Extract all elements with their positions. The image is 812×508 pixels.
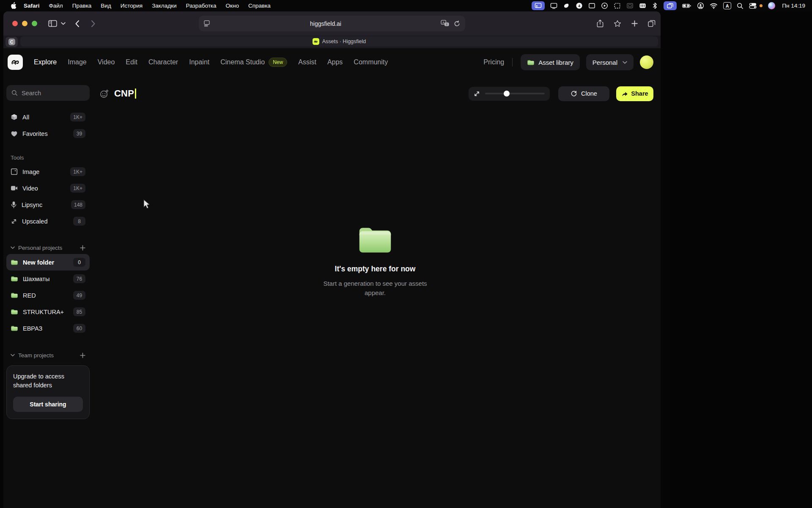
- menu-file[interactable]: Файл: [44, 3, 68, 9]
- nav-pricing[interactable]: Pricing: [483, 58, 504, 66]
- slider-knob[interactable]: [504, 91, 510, 97]
- add-team-folder-button[interactable]: [80, 353, 85, 358]
- translate-icon[interactable]: A文: [441, 20, 450, 27]
- folder-item-shahmaty[interactable]: Шахматы 76: [6, 271, 90, 287]
- stage-manager-active-icon[interactable]: [664, 1, 677, 10]
- safari-toolbar: higgsfield.ai A文: [3, 11, 661, 36]
- reload-icon[interactable]: [454, 20, 460, 27]
- clone-button[interactable]: Clone: [558, 86, 609, 101]
- back-button[interactable]: [75, 20, 80, 28]
- menu-develop[interactable]: Разработка: [181, 3, 221, 9]
- count-badge: 148: [71, 200, 85, 209]
- wifi-icon[interactable]: [710, 1, 718, 10]
- tab-overview-icon[interactable]: [648, 20, 656, 27]
- reader-view-icon[interactable]: [204, 20, 211, 27]
- spotlight-search-icon[interactable]: [737, 1, 743, 10]
- nav-apps[interactable]: Apps: [327, 58, 343, 66]
- siri-icon[interactable]: [768, 2, 775, 9]
- chevron-down-icon: [11, 246, 15, 249]
- menu-app-name[interactable]: Safari: [19, 3, 44, 9]
- chevron-down-icon: [623, 61, 627, 64]
- forward-button[interactable]: [91, 20, 96, 28]
- menu-bookmarks[interactable]: Закладки: [147, 3, 181, 9]
- user-account-icon[interactable]: [697, 1, 704, 10]
- menu-help[interactable]: Справка: [244, 3, 275, 9]
- image-icon: [11, 168, 18, 175]
- clone-icon: [571, 90, 577, 97]
- nav-edit[interactable]: Edit: [126, 58, 137, 66]
- menu-history[interactable]: История: [116, 3, 147, 9]
- folder-icon: [11, 276, 18, 282]
- nav-assist[interactable]: Assist: [298, 58, 316, 66]
- screenshot-crop-icon[interactable]: [614, 1, 621, 10]
- personal-projects-header[interactable]: Personal projects: [6, 241, 90, 254]
- app-badge-icon[interactable]: 4: [576, 1, 583, 10]
- sidebar-item-lipsync[interactable]: Lipsync 148: [6, 196, 90, 213]
- start-sharing-button[interactable]: Start sharing: [13, 397, 83, 412]
- close-window-button[interactable]: [12, 21, 18, 26]
- battery-charging-icon[interactable]: [682, 1, 691, 10]
- sidebar-item-favorites[interactable]: Favorites 39: [6, 125, 90, 142]
- higgsfield-page: Explore Image Video Edit Character Inpai…: [3, 48, 661, 508]
- team-projects-header[interactable]: Team projects: [6, 349, 90, 362]
- folder-item-new-folder[interactable]: New folder 0: [6, 254, 90, 271]
- nav-video[interactable]: Video: [98, 58, 115, 66]
- screen-mirroring-active-icon[interactable]: [532, 1, 545, 10]
- nav-explore[interactable]: Explore: [34, 58, 57, 66]
- play-circle-icon[interactable]: [601, 1, 608, 10]
- new-badge: New: [269, 58, 287, 67]
- sidebar-item-upscaled[interactable]: Upscaled 8: [6, 213, 90, 229]
- menu-bar-clock[interactable]: Пн 14:19: [782, 3, 805, 9]
- nav-community[interactable]: Community: [354, 58, 388, 66]
- window-icon[interactable]: [588, 1, 595, 10]
- asset-library-button[interactable]: Asset library: [521, 54, 580, 70]
- avatar[interactable]: [640, 55, 653, 69]
- folder-icon: [11, 309, 18, 315]
- tab-title: Assets · Higgsfield: [322, 39, 366, 44]
- bluetooth-icon[interactable]: [652, 1, 658, 10]
- nav-inpaint[interactable]: Inpaint: [189, 58, 209, 66]
- size-slider[interactable]: [485, 93, 545, 94]
- sidebar-chevron-icon[interactable]: [61, 22, 66, 25]
- search-box[interactable]: [6, 85, 90, 101]
- address-bar[interactable]: higgsfield.ai A文: [199, 16, 465, 31]
- add-folder-button[interactable]: [80, 245, 85, 251]
- add-emoji-icon[interactable]: [99, 89, 109, 99]
- new-tab-icon[interactable]: [631, 20, 638, 27]
- apple-logo-icon[interactable]: [10, 1, 16, 10]
- sidebar-item-image[interactable]: Image 1K+: [6, 163, 90, 180]
- zoom-window-button[interactable]: [32, 21, 37, 26]
- higgsfield-logo[interactable]: [8, 55, 23, 70]
- workspace-dropdown[interactable]: Personal: [586, 54, 634, 70]
- active-tab[interactable]: Assets · Higgsfield: [20, 36, 658, 47]
- nav-character[interactable]: Character: [148, 58, 178, 66]
- sidebar-item-all[interactable]: All 1K+: [6, 109, 90, 125]
- folder-item-struktura[interactable]: STRUKTURA+ 85: [6, 304, 90, 320]
- menu-window[interactable]: Окно: [221, 3, 244, 9]
- mouse-peripheral-icon[interactable]: [563, 1, 570, 10]
- sidebar-toggle-icon[interactable]: [48, 20, 57, 27]
- count-badge: 60: [73, 324, 85, 333]
- control-center-icon[interactable]: [749, 1, 757, 10]
- menu-edit[interactable]: Правка: [68, 3, 96, 9]
- url-text[interactable]: higgsfield.ai: [211, 20, 441, 27]
- nav-image[interactable]: Image: [68, 58, 86, 66]
- count-badge: 8: [73, 217, 85, 226]
- input-source-icon[interactable]: A: [723, 2, 731, 9]
- share-button[interactable]: Share: [616, 86, 653, 101]
- search-input[interactable]: [22, 90, 72, 97]
- pinned-tab[interactable]: C: [5, 37, 18, 47]
- folder-title-input[interactable]: CNP: [114, 88, 136, 99]
- display-icon[interactable]: [550, 1, 557, 10]
- nav-cinema-studio[interactable]: Cinema Studio New: [220, 58, 287, 67]
- folder-item-evraz[interactable]: ЕВРАЗ 60: [6, 320, 90, 337]
- search-icon: [11, 90, 18, 96]
- keyboard-icon[interactable]: [639, 1, 646, 10]
- folder-item-red[interactable]: RED 49: [6, 287, 90, 304]
- inactive-window-icon[interactable]: [626, 1, 634, 10]
- bookmark-star-icon[interactable]: [614, 20, 621, 28]
- share-page-icon[interactable]: [597, 19, 604, 28]
- menu-view[interactable]: Вид: [96, 3, 115, 9]
- sidebar-item-video[interactable]: Video 1K+: [6, 180, 90, 196]
- minimize-window-button[interactable]: [22, 21, 27, 26]
